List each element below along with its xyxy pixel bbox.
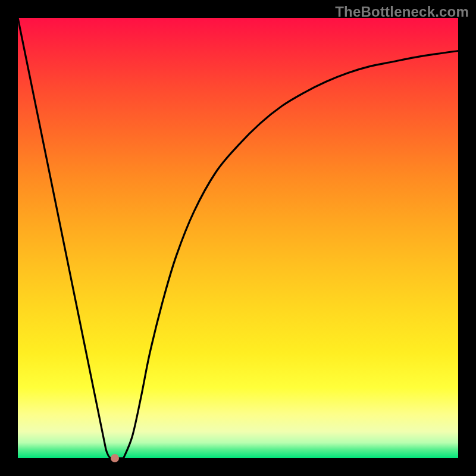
curve-svg — [18, 18, 458, 458]
bottleneck-curve — [18, 18, 458, 458]
chart-frame: TheBottleneck.com — [0, 0, 476, 476]
plot-area — [18, 18, 458, 458]
optimal-point-marker — [111, 454, 119, 462]
